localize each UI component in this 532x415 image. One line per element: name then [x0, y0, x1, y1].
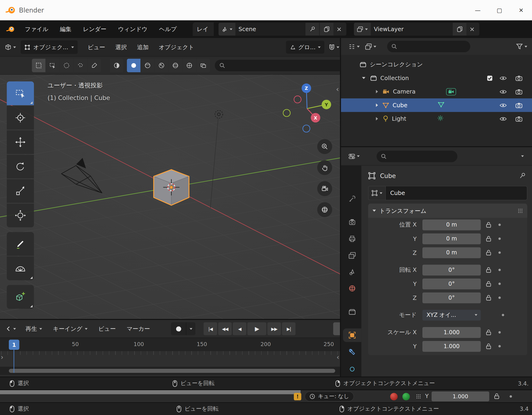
scene-selector-button[interactable]: [218, 23, 235, 36]
animate-dot[interactable]: [498, 297, 501, 299]
scene-name-field[interactable]: Scene: [235, 23, 305, 36]
eye-visibility-icon[interactable]: [500, 89, 507, 94]
transform-panel-header[interactable]: トランスフォーム: [368, 204, 527, 218]
transform-orientation-dropdown[interactable]: グロ...: [286, 41, 324, 54]
tool-select-box[interactable]: [7, 82, 34, 105]
row-camera[interactable]: Camera: [341, 85, 532, 98]
zoom-button[interactable]: [317, 139, 332, 154]
outliner-search-field[interactable]: [387, 41, 470, 52]
tab-render[interactable]: [343, 215, 361, 229]
viewlayer-selector-button[interactable]: [354, 23, 371, 36]
value-field[interactable]: 0°: [422, 264, 481, 275]
disclosure-closed-icon[interactable]: [376, 117, 378, 121]
properties-editor-type-button[interactable]: [346, 153, 362, 159]
shading-solid-button[interactable]: [127, 59, 140, 72]
menu-help[interactable]: ヘルプ: [153, 25, 182, 33]
tool-rotate[interactable]: [7, 155, 34, 179]
shading-material-button[interactable]: [155, 59, 168, 72]
render-visibility-icon[interactable]: [515, 75, 522, 81]
menu-render[interactable]: レンダー: [77, 25, 112, 33]
snap-toggle-button[interactable]: [324, 44, 340, 51]
camera-data-icon[interactable]: [446, 88, 456, 95]
tab-tool[interactable]: [343, 192, 361, 206]
lock-icon[interactable]: [486, 281, 492, 287]
tab-object-props[interactable]: [343, 328, 361, 342]
axis-minus-z-handle[interactable]: [303, 125, 310, 132]
outliner-restriction-button[interactable]: [362, 43, 379, 50]
pan-hand-button[interactable]: [317, 160, 332, 175]
lock-icon[interactable]: [486, 343, 492, 349]
select-lasso-button[interactable]: [74, 59, 87, 72]
lock-icon[interactable]: [486, 294, 492, 301]
current-frame-indicator[interactable]: 1: [9, 340, 19, 350]
prev-keyframe-button[interactable]: ◀◀: [218, 322, 232, 335]
disclosure-closed-icon[interactable]: [376, 104, 378, 107]
row-scene-collection[interactable]: シーンコレクション: [341, 57, 532, 71]
next-keyframe-button[interactable]: ▶▶: [267, 322, 281, 335]
animate-dot[interactable]: [498, 345, 501, 348]
camera-view-button[interactable]: [317, 181, 332, 196]
shading-wireframe-button[interactable]: [141, 59, 154, 72]
menu-window[interactable]: ウィンドウ: [112, 25, 153, 33]
viewport-menu-select[interactable]: 選択: [110, 43, 132, 51]
rotation-mode-dropdown[interactable]: XYZ オイ...: [422, 310, 481, 321]
animate-dot[interactable]: [498, 224, 501, 226]
object-id-selector[interactable]: [368, 186, 386, 200]
tab-world[interactable]: [343, 282, 361, 295]
workspace-tab-layout[interactable]: レイ: [193, 22, 214, 36]
tab-modifiers[interactable]: [343, 345, 361, 359]
animate-dot[interactable]: [498, 237, 501, 240]
row-light[interactable]: Light: [341, 112, 532, 125]
sidebar-collapse-arrow[interactable]: ‹: [336, 85, 339, 93]
tool-cursor[interactable]: [7, 106, 34, 130]
light-data-icon[interactable]: [437, 115, 444, 123]
viewlayer-remove-button[interactable]: [466, 23, 480, 36]
viewlayer-name-field[interactable]: ViewLayer: [371, 23, 452, 36]
tab-physics[interactable]: [343, 361, 361, 375]
value-field[interactable]: 0 m: [422, 247, 481, 258]
playhead-line[interactable]: [13, 350, 14, 373]
select-box-button[interactable]: [46, 59, 59, 72]
xray-button[interactable]: [110, 59, 124, 72]
eye-visibility-icon[interactable]: [500, 75, 507, 81]
timeline-menu-view[interactable]: ビュー: [93, 325, 121, 333]
value-field[interactable]: 0°: [422, 292, 481, 303]
tab-view-layer[interactable]: [343, 249, 361, 263]
minimize-button[interactable]: —: [467, 0, 489, 20]
viewport-menu-object[interactable]: オブジェクト: [154, 43, 199, 51]
shading-globe-button[interactable]: [182, 59, 196, 72]
axis-minus-x-handle[interactable]: [294, 96, 301, 103]
jump-to-end-button[interactable]: ▶|: [282, 322, 295, 335]
play-reverse-button[interactable]: ◀: [233, 322, 246, 335]
lock-icon[interactable]: [494, 393, 500, 401]
timeline-edge-right-arrow[interactable]: ‹: [337, 353, 339, 361]
tool-annotate[interactable]: [7, 232, 34, 256]
value-field[interactable]: 0 m: [422, 219, 481, 230]
menu-edit[interactable]: 編集: [54, 25, 77, 33]
lock-icon[interactable]: [486, 222, 492, 228]
axis-gizmo[interactable]: Z Y X: [282, 83, 336, 136]
timeline-editor-type-button[interactable]: [0, 326, 20, 332]
scrollbar-thumb[interactable]: [9, 369, 335, 373]
eye-visibility-icon[interactable]: [500, 103, 507, 108]
tool-move[interactable]: [7, 130, 34, 154]
render-visibility-icon[interactable]: [515, 89, 522, 94]
outliner-display-mode-button[interactable]: [346, 43, 362, 50]
camera-object[interactable]: [62, 159, 102, 193]
timeline-track[interactable]: [0, 351, 340, 367]
collection-checkbox[interactable]: [487, 75, 493, 81]
mesh-data-icon[interactable]: [438, 101, 445, 109]
lock-icon[interactable]: [486, 235, 492, 242]
auto-key-options-button[interactable]: [186, 322, 195, 335]
tool-transform[interactable]: [7, 204, 34, 227]
viewport-menu-view[interactable]: ビュー: [83, 43, 111, 51]
tool-measure[interactable]: [7, 256, 34, 280]
object-name-input[interactable]: Cube: [386, 186, 527, 200]
tool-add-cube[interactable]: [7, 285, 34, 309]
timeline-menu-keying[interactable]: キーイング: [48, 325, 93, 333]
scene-pin-button[interactable]: [305, 23, 319, 36]
row-collection[interactable]: Collection: [341, 71, 532, 85]
scene-copy-button[interactable]: [319, 23, 333, 36]
close-button[interactable]: ✕: [510, 0, 532, 20]
tab-scene[interactable]: [343, 265, 361, 279]
